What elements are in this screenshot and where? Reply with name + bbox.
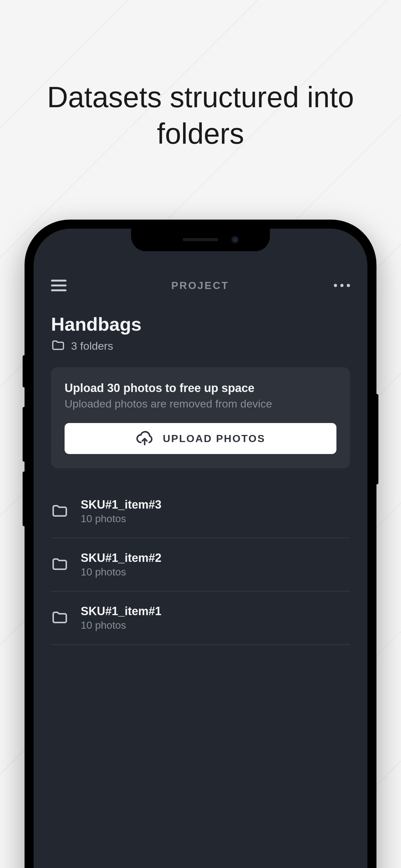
phone-volume-down xyxy=(23,471,26,526)
more-icon[interactable] xyxy=(334,284,350,287)
phone-frame: PROJECT Handbags 3 folders Upload 30 xyxy=(25,220,376,868)
list-item[interactable]: SKU#1_item#1 10 photos xyxy=(51,592,350,645)
folder-item-meta: 10 photos xyxy=(81,566,161,578)
folder-count-row: 3 folders xyxy=(51,338,350,353)
folder-item-meta: 10 photos xyxy=(81,513,161,525)
folder-list: SKU#1_item#3 10 photos SKU#1_item#2 10 p… xyxy=(51,485,350,645)
topbar: PROJECT xyxy=(34,271,367,300)
phone-volume-up xyxy=(23,407,26,462)
menu-icon[interactable] xyxy=(51,280,66,291)
upload-button[interactable]: UPLOAD PHOTOS xyxy=(65,423,336,454)
folder-icon xyxy=(51,555,68,574)
upload-button-label: UPLOAD PHOTOS xyxy=(163,433,266,445)
folder-item-name: SKU#1_item#2 xyxy=(81,551,161,565)
upload-card: Upload 30 photos to free up space Upload… xyxy=(51,367,350,468)
upload-card-subtitle: Uploaded photos are removed from device xyxy=(65,398,336,410)
folder-count-label: 3 folders xyxy=(71,340,113,352)
folder-item-name: SKU#1_item#3 xyxy=(81,498,161,512)
marketing-headline: Datasets structured into folders xyxy=(0,79,401,152)
folder-icon xyxy=(51,338,65,353)
list-item[interactable]: SKU#1_item#3 10 photos xyxy=(51,485,350,538)
folder-item-meta: 10 photos xyxy=(81,619,161,631)
folder-icon xyxy=(51,609,68,627)
topbar-title: PROJECT xyxy=(171,280,229,291)
phone-power-button xyxy=(375,394,378,485)
phone-notch xyxy=(131,228,270,251)
phone-mute-switch xyxy=(23,355,26,388)
upload-card-title: Upload 30 photos to free up space xyxy=(65,381,336,395)
cloud-upload-icon xyxy=(135,429,154,448)
folder-icon xyxy=(51,502,68,521)
folder-item-name: SKU#1_item#1 xyxy=(81,604,161,618)
project-title: Handbags xyxy=(51,313,350,335)
list-item[interactable]: SKU#1_item#2 10 photos xyxy=(51,538,350,592)
